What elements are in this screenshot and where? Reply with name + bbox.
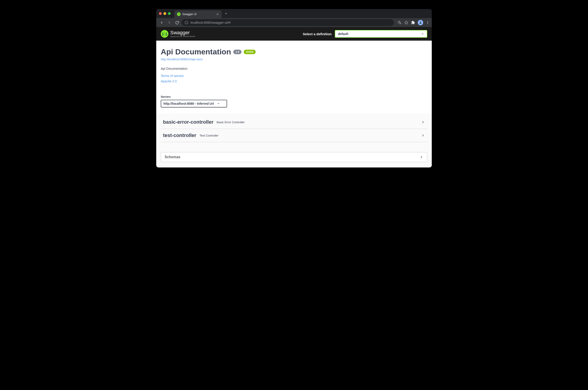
- profile-avatar[interactable]: [418, 20, 423, 25]
- tags-section: basic-error-controller Basic Error Contr…: [156, 113, 432, 147]
- chevron-right-icon: [419, 155, 423, 159]
- forward-button[interactable]: [166, 19, 172, 26]
- address-bar[interactable]: localhost:8080/swagger-ui/#/: [182, 19, 394, 26]
- chevron-down-icon: [217, 102, 220, 105]
- reload-button[interactable]: [174, 19, 180, 26]
- svg-point-6: [428, 22, 428, 23]
- tab-strip: { } Swagger UI ✕ +: [156, 9, 432, 18]
- license-link[interactable]: Apache 2.0: [161, 79, 427, 83]
- browser-window: { } Swagger UI ✕ + localhost:8080/swagge…: [156, 9, 432, 167]
- info-section: Api Documentation 1.0 OAS3 http://localh…: [156, 41, 432, 92]
- toolbar-actions: [397, 20, 430, 25]
- tab-favicon-icon: { }: [177, 12, 181, 16]
- new-tab-button[interactable]: +: [225, 11, 227, 16]
- svg-marker-3: [405, 21, 408, 24]
- extensions-icon[interactable]: [411, 21, 415, 25]
- schemas-section: Schemas: [156, 152, 432, 167]
- api-title: Api Documentation: [161, 48, 231, 56]
- minimize-window-button[interactable]: [163, 12, 166, 15]
- swagger-brand-sub: Supported by SMARTBEAR: [170, 36, 195, 38]
- api-description: Api Documentation: [161, 67, 427, 70]
- tag-name: test-controller: [163, 133, 196, 138]
- url-text: localhost:8080/swagger-ui/#/: [191, 21, 231, 24]
- version-badge: 1.0: [233, 50, 242, 54]
- swagger-brand: Swagger: [170, 30, 195, 35]
- tag-description: Test Controller: [199, 134, 218, 137]
- server-selected-value: http://localhost:8080 - Inferred Url: [163, 102, 214, 105]
- window-controls: [159, 12, 171, 15]
- tag-description: Basic Error Controller: [217, 121, 245, 124]
- schemas-toggle[interactable]: Schemas: [161, 152, 427, 162]
- translate-icon[interactable]: [397, 21, 401, 25]
- terms-of-service-link[interactable]: Terms of service: [161, 74, 427, 78]
- swagger-logo[interactable]: {∴} Swagger Supported by SMARTBEAR: [161, 30, 195, 38]
- definition-value: default: [338, 32, 348, 36]
- tag-test-controller[interactable]: test-controller Test Controller: [161, 129, 427, 142]
- chevron-down-icon: [421, 32, 424, 35]
- site-info-icon: [185, 21, 188, 24]
- bookmark-icon[interactable]: [404, 21, 408, 25]
- browser-toolbar: localhost:8080/swagger-ui/#/: [156, 18, 432, 27]
- back-button[interactable]: [158, 19, 165, 26]
- maximize-window-button[interactable]: [168, 12, 171, 15]
- definition-select[interactable]: default: [335, 30, 427, 38]
- svg-point-5: [428, 21, 428, 22]
- swagger-logo-icon: {∴}: [161, 30, 168, 38]
- select-definition-label: Select a definition: [303, 32, 332, 36]
- chevron-right-icon: [421, 133, 425, 138]
- close-window-button[interactable]: [159, 12, 162, 15]
- swagger-page: Api Documentation 1.0 OAS3 http://localh…: [156, 41, 432, 167]
- server-select[interactable]: http://localhost:8080 - Inferred Url: [161, 100, 227, 107]
- menu-icon[interactable]: [426, 21, 430, 24]
- tab-close-button[interactable]: ✕: [216, 12, 219, 16]
- api-docs-link[interactable]: http://localhost:8080/v3/api-docs: [161, 57, 427, 61]
- oas-badge: OAS3: [244, 50, 256, 54]
- schemas-title: Schemas: [165, 155, 180, 159]
- browser-tab[interactable]: { } Swagger UI ✕: [174, 10, 222, 18]
- tag-basic-error-controller[interactable]: basic-error-controller Basic Error Contr…: [161, 116, 427, 129]
- servers-label: Servers: [161, 95, 427, 98]
- tag-name: basic-error-controller: [163, 119, 213, 125]
- servers-section: Servers http://localhost:8080 - Inferred…: [156, 92, 432, 113]
- svg-point-7: [428, 23, 428, 24]
- tab-title: Swagger UI: [182, 13, 196, 16]
- swagger-topbar: {∴} Swagger Supported by SMARTBEAR Selec…: [156, 27, 432, 41]
- svg-point-4: [420, 21, 421, 23]
- chevron-right-icon: [421, 120, 425, 124]
